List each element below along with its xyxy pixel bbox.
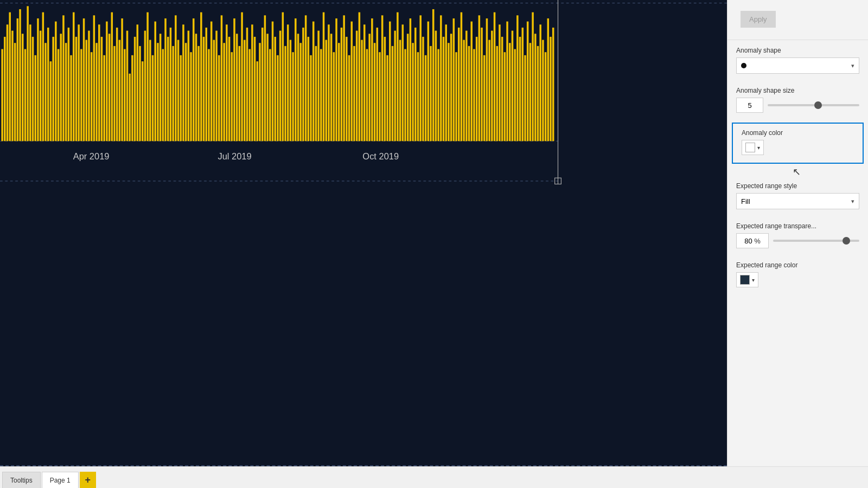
svg-rect-89 [213, 40, 215, 142]
svg-rect-41 [91, 52, 93, 141]
svg-rect-75 [177, 40, 180, 142]
svg-rect-149 [366, 49, 368, 142]
svg-rect-167 [412, 43, 414, 141]
svg-rect-60 [139, 46, 141, 141]
svg-rect-159 [392, 46, 394, 141]
svg-rect-67 [157, 43, 159, 141]
svg-rect-196 [486, 18, 488, 141]
svg-rect-135 [330, 34, 333, 141]
svg-rect-21 [40, 31, 42, 142]
svg-rect-198 [491, 31, 493, 142]
svg-rect-66 [154, 22, 156, 142]
svg-rect-145 [356, 31, 358, 142]
svg-rect-9 [9, 12, 11, 142]
svg-rect-82 [195, 34, 197, 141]
svg-rect-152 [374, 43, 376, 141]
svg-rect-153 [376, 28, 379, 141]
svg-rect-199 [494, 12, 496, 142]
expected-range-style-dropdown[interactable]: Fill ▾ [736, 193, 859, 209]
expected-range-transparency-track[interactable] [773, 240, 859, 242]
svg-rect-15 [24, 49, 27, 142]
expected-range-color-arrow-icon: ▾ [752, 277, 755, 283]
svg-rect-209 [519, 37, 521, 141]
svg-rect-20 [37, 18, 39, 141]
svg-rect-168 [414, 28, 417, 141]
svg-rect-154 [379, 52, 381, 141]
shape-dot-icon [741, 63, 746, 68]
anomaly-color-swatch [745, 143, 755, 152]
svg-rect-215 [534, 34, 537, 141]
svg-rect-220 [547, 18, 550, 141]
anomaly-shape-size-track[interactable] [768, 104, 859, 106]
svg-rect-207 [514, 49, 516, 142]
svg-rect-97 [233, 18, 235, 141]
svg-rect-158 [389, 22, 391, 142]
svg-rect-40 [88, 31, 90, 142]
svg-rect-92 [221, 15, 223, 141]
svg-rect-211 [524, 55, 526, 141]
svg-rect-46 [103, 55, 105, 141]
svg-rect-136 [333, 52, 335, 141]
svg-rect-192 [476, 37, 478, 141]
expected-range-transparency-input[interactable]: 80 % [736, 233, 769, 248]
svg-rect-30 [62, 15, 65, 141]
anomaly-shape-dropdown[interactable]: ▾ [736, 57, 859, 74]
svg-rect-169 [417, 52, 419, 141]
svg-rect-62 [144, 31, 146, 142]
svg-rect-140 [343, 15, 345, 141]
svg-rect-188 [465, 31, 468, 142]
expected-range-transparency-thumb[interactable] [843, 237, 850, 245]
expected-range-color-picker[interactable]: ▾ [736, 272, 758, 287]
svg-rect-150 [368, 34, 371, 141]
svg-rect-151 [371, 18, 373, 141]
svg-rect-80 [190, 52, 192, 141]
svg-rect-13 [19, 9, 21, 141]
anomaly-shape-size-slider-row: 5 [736, 98, 859, 113]
svg-rect-28 [58, 49, 60, 142]
svg-rect-111 [269, 49, 271, 142]
svg-rect-139 [341, 28, 343, 141]
expected-range-color-swatch [740, 275, 750, 285]
svg-rect-70 [164, 18, 167, 141]
page1-tab[interactable]: Page 1 [42, 472, 79, 488]
svg-rect-53 [121, 18, 123, 141]
svg-rect-87 [208, 49, 210, 142]
svg-rect-86 [205, 28, 207, 141]
svg-rect-33 [70, 55, 72, 141]
svg-rect-131 [320, 49, 322, 142]
svg-rect-57 [131, 55, 133, 141]
svg-rect-38 [83, 18, 85, 141]
svg-rect-221 [550, 37, 552, 141]
svg-rect-117 [284, 46, 286, 141]
svg-rect-180 [445, 24, 447, 141]
apply-button[interactable]: Apply [741, 11, 776, 28]
svg-rect-50 [113, 46, 116, 141]
expected-range-transparency-section: Expected range transpare... 80 % [727, 217, 868, 256]
svg-rect-17 [29, 24, 31, 141]
add-page-button[interactable]: + [80, 472, 96, 488]
svg-rect-164 [404, 49, 406, 142]
anomaly-color-picker[interactable]: ▾ [742, 140, 764, 155]
svg-rect-130 [317, 31, 320, 142]
svg-rect-184 [455, 52, 457, 141]
svg-rect-18 [32, 37, 34, 141]
anomaly-shape-size-input[interactable]: 5 [736, 98, 763, 113]
svg-rect-106 [257, 61, 259, 141]
svg-rect-173 [427, 22, 430, 142]
svg-rect-193 [478, 15, 481, 141]
anomaly-shape-size-section: Anomaly shape size 5 [727, 81, 868, 120]
tooltips-tab[interactable]: Tooltips [2, 472, 41, 488]
svg-rect-213 [529, 43, 532, 141]
svg-rect-74 [175, 15, 177, 141]
svg-rect-133 [325, 40, 327, 142]
svg-rect-107 [259, 43, 261, 141]
svg-rect-183 [453, 18, 455, 141]
svg-rect-29 [60, 34, 62, 141]
anomaly-shape-size-thumb[interactable] [814, 101, 822, 109]
svg-rect-119 [290, 40, 292, 142]
svg-rect-61 [142, 61, 144, 141]
svg-rect-186 [461, 12, 463, 142]
svg-rect-26 [52, 37, 54, 141]
svg-rect-24 [47, 28, 49, 141]
svg-rect-121 [295, 18, 297, 141]
